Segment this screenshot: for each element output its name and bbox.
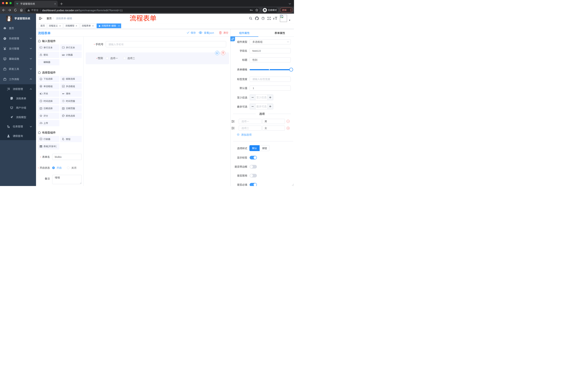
svg-text:123: 123 [62, 54, 64, 56]
